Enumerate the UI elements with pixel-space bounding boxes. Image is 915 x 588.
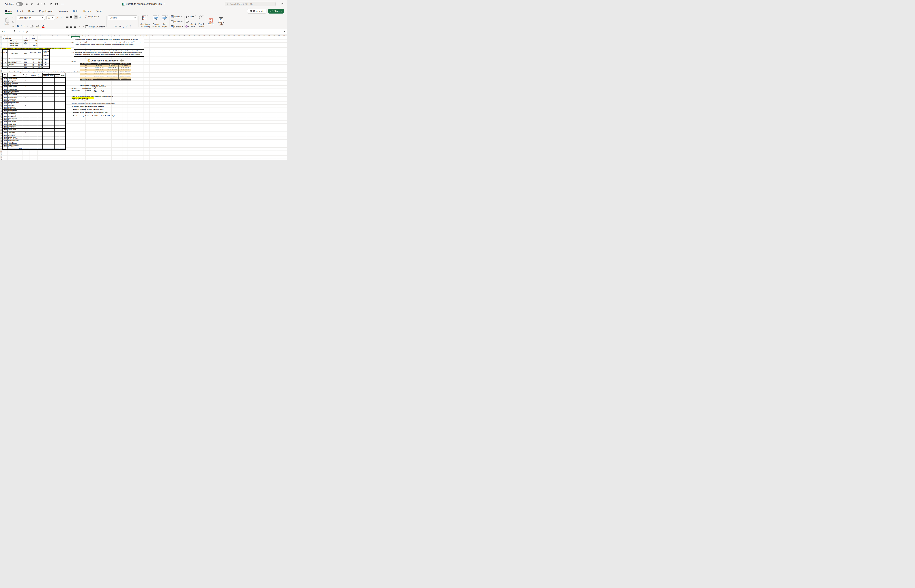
cell-fica-total-employer[interactable]: 7.65%: [92, 91, 99, 92]
cell-employee-name[interactable]: Lizardo Berreira: [8, 143, 23, 144]
questions-intro[interactable]: Based on the given information please an…: [72, 96, 114, 97]
row-header[interactable]: 10: [0, 49, 2, 57]
cell-federal-tax[interactable]: [43, 94, 49, 95]
cell-netpay[interactable]: [60, 118, 66, 119]
cell-employee-name[interactable]: Gloria Newsome: [8, 118, 23, 119]
cell-gross[interactable]: [37, 89, 43, 90]
cell-job-code[interactable]: 11095: [3, 86, 8, 87]
cell-social-security[interactable]: [49, 99, 55, 100]
cell-gross[interactable]: [37, 92, 43, 94]
column-header[interactable]: T: [128, 34, 133, 36]
selected-cell-K2[interactable]: [71, 36, 80, 38]
cell-social-security-label[interactable]: Social Security: [81, 88, 92, 89]
payroll-row[interactable]: 11070 Gloria Newsome: [3, 118, 65, 119]
cell-overtime[interactable]: [22, 92, 29, 94]
cell-overtime[interactable]: [22, 113, 29, 114]
cell-pay-base[interactable]: [29, 124, 37, 125]
column-header[interactable]: AP: [242, 34, 247, 36]
cell-netpay[interactable]: [60, 136, 66, 138]
cell-social-security[interactable]: [49, 95, 55, 97]
row-header[interactable]: 37: [0, 100, 2, 102]
cell-employee-name[interactable]: Joshef Mohammed: [8, 146, 23, 148]
cell-netpay[interactable]: [60, 138, 66, 139]
cell-netpay[interactable]: [60, 121, 66, 122]
cell-gross[interactable]: [37, 99, 43, 100]
cell-federal-tax[interactable]: [43, 146, 49, 148]
row-header[interactable]: 39: [0, 103, 2, 105]
cell-pay-base[interactable]: [29, 111, 37, 113]
cancel-entry-icon[interactable]: ✕: [18, 31, 20, 33]
align-left-button[interactable]: [66, 26, 69, 28]
cell-federal-tax[interactable]: [43, 97, 49, 98]
row-header[interactable]: 29: [0, 87, 2, 89]
row-header[interactable]: 3: [0, 38, 2, 39]
cell-overtime[interactable]: [22, 144, 29, 146]
paste-button[interactable]: Paste: [3, 15, 11, 28]
cell-job-code[interactable]: 11065: [3, 132, 8, 133]
cell-medicare[interactable]: [55, 144, 60, 146]
cell-overtime[interactable]: [22, 141, 29, 143]
cell-employee-name[interactable]: Jennifer Paulino: [8, 119, 23, 121]
row-header[interactable]: 40: [0, 105, 2, 106]
column-header[interactable]: I: [60, 34, 66, 36]
row-header[interactable]: 62: [0, 139, 2, 141]
column-header[interactable]: AB: [172, 34, 177, 36]
row-header[interactable]: 13: [0, 60, 2, 61]
orientation-button[interactable]: ab→: [79, 16, 84, 18]
cell-position[interactable]: Nurse Assistant: [8, 62, 23, 63]
column-header[interactable]: D: [29, 34, 37, 36]
column-header[interactable]: E: [37, 34, 43, 36]
cell-employee-name[interactable]: Tabatha Gonzalez: [8, 78, 23, 79]
cell-overtime[interactable]: [22, 90, 29, 92]
cell-leave[interactable]: 35+3: [43, 60, 49, 62]
payroll-row[interactable]: 11095 Omaluma Yanislatia: [3, 138, 65, 140]
payroll-row[interactable]: 11065 Esther Cummings,: [3, 82, 65, 84]
cell-overtime[interactable]: [22, 135, 29, 136]
cell-netpay[interactable]: [60, 97, 66, 98]
new-document-icon[interactable]: [50, 3, 53, 6]
cell-medicare[interactable]: [55, 90, 60, 92]
cell-employee-name[interactable]: Thimilu Diallo,: [8, 99, 23, 100]
cell-federal-tax[interactable]: [43, 100, 49, 102]
column-header[interactable]: B: [8, 34, 23, 36]
italic-button[interactable]: I: [21, 25, 21, 27]
cell-employee-name[interactable]: Freddy Chila,: [8, 81, 23, 82]
cell-federal-tax[interactable]: [43, 89, 49, 90]
cell-leave[interactable]: [43, 66, 49, 68]
cell-gross[interactable]: [37, 106, 43, 108]
insert-cells-button[interactable]: ⇤Insert: [171, 15, 183, 18]
cell-netpay[interactable]: [60, 84, 66, 86]
cell-netpay[interactable]: [60, 87, 66, 89]
employee-header[interactable]: Employee %: [99, 86, 106, 87]
cell-overtime[interactable]: [22, 111, 29, 113]
cell-social-security[interactable]: [49, 136, 55, 138]
cell-netpay[interactable]: [60, 113, 66, 114]
cell-workers[interactable]: 3: [3, 57, 8, 58]
column-header[interactable]: N: [92, 34, 99, 36]
cell-code[interactable]: 11055: [22, 66, 29, 68]
cell-netpay[interactable]: [60, 100, 66, 102]
cell-netpay[interactable]: [60, 79, 66, 81]
payroll-row[interactable]: 11085 Alexis Encarnacion: [3, 130, 65, 132]
cell-job-code[interactable]: 11095: [3, 87, 8, 89]
cell-federal-tax[interactable]: [43, 102, 49, 103]
cell-pay-base[interactable]: [29, 92, 37, 94]
cell-employee-name[interactable]: Amy Rodriguez,: [8, 127, 23, 128]
cell-code[interactable]: 11085: [22, 60, 29, 62]
undo-icon[interactable]: [36, 3, 39, 6]
cell-medicare[interactable]: [55, 136, 60, 138]
cell-employee-name[interactable]: Yalix Garcia,: [8, 105, 23, 106]
cell-job-code[interactable]: 11075: [3, 84, 8, 86]
cell-overtime[interactable]: [22, 82, 29, 84]
cell-social-security[interactable]: [49, 106, 55, 108]
payroll-row[interactable]: 11085 Kweon Que: [3, 141, 65, 143]
add-ins-button[interactable]: Add-ins: [207, 18, 214, 25]
cell-job-code[interactable]: 11065: [3, 92, 8, 94]
tab-data[interactable]: Data: [73, 9, 78, 13]
tab-insert[interactable]: Insert: [17, 9, 23, 13]
cell-social-security[interactable]: [49, 127, 55, 128]
cell-federal-tax[interactable]: [43, 130, 49, 132]
search-input[interactable]: Search (Cmd + Ctrl + U): [225, 2, 275, 6]
cell-gross[interactable]: [37, 105, 43, 106]
currency-button[interactable]: $: [114, 25, 117, 28]
